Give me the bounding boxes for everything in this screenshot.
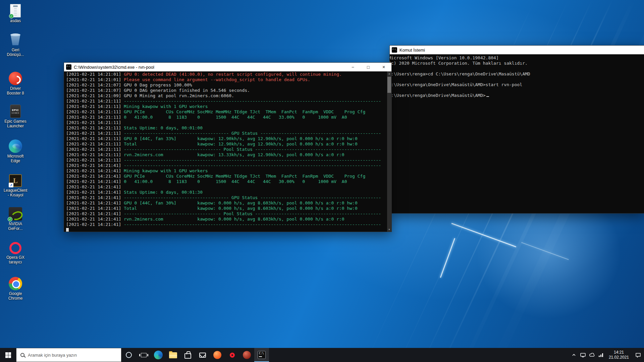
- cmd-icon: [66, 64, 71, 70]
- search-icon: [20, 353, 24, 357]
- start-button[interactable]: [0, 348, 16, 362]
- envelope-icon: [199, 353, 206, 358]
- desktop-icon-league-client[interactable]: ↗LeagueClient - Kısayol: [1, 174, 30, 197]
- log-line: [2021-02-21 14:21:11] ------------------…: [66, 158, 386, 163]
- shortcut-arrow-badge-icon: ↗: [9, 183, 13, 187]
- clock-time: 14:21: [614, 350, 624, 355]
- chevron-up-icon: [572, 353, 576, 357]
- desktop-icon-label: Opera GX tarayıcı: [6, 255, 24, 264]
- desktop-icon-label: asdas: [10, 18, 21, 23]
- log-line: [2021-02-21 14:21:41] ------------------…: [66, 222, 386, 227]
- action-center-button[interactable]: [632, 353, 644, 358]
- desktop-icon-label: Epic Games Launcher: [4, 119, 26, 128]
- taskbar-clock[interactable]: 14:21 21.02.2021: [606, 350, 632, 360]
- task-view-icon: [141, 353, 147, 357]
- scroll-up-arrow-icon[interactable]: ▲: [387, 71, 391, 76]
- desktop-icon-label: Google Chrome: [8, 291, 23, 301]
- desktop-icon-label: Geri Dönüşü...: [7, 48, 24, 57]
- prompt-line: [390, 87, 644, 93]
- scroll-down-arrow-icon[interactable]: ▼: [387, 227, 391, 232]
- task-view-button[interactable]: [136, 348, 151, 362]
- nvidia-icon: ✓: [9, 207, 22, 221]
- log-line: [2021-02-21 14:21:41]: [66, 184, 386, 190]
- log-line: [2021-02-21 14:21:01] GPU 0: detected DE…: [66, 72, 386, 77]
- desktop-icon-recycle-bin[interactable]: Geri Dönüşü...: [1, 32, 30, 57]
- log-line: [2021-02-21 14:21:11] Stats Uptime: 0 da…: [66, 125, 386, 131]
- log-line: [2021-02-21 14:21:41] ------------------…: [66, 211, 386, 217]
- desktop-icon-chrome[interactable]: Google Chrome: [1, 277, 30, 301]
- recycle-bin-icon: [8, 32, 23, 47]
- taskbar-mail-button[interactable]: [195, 348, 210, 362]
- cortana-button[interactable]: [121, 348, 136, 362]
- minimize-button[interactable]: [345, 63, 361, 71]
- epic-games-icon: [10, 105, 21, 118]
- prompt-line: C:\Users\renga\OneDrive\Masaüstü\AMD>: [390, 93, 644, 98]
- folder-icon: [169, 352, 177, 358]
- driver-booster-icon: [9, 72, 22, 85]
- orange-app-icon: [213, 351, 221, 359]
- log-line: [2021-02-21 14:21:07] GPU 0 DAG generati…: [66, 88, 386, 93]
- log-line: [2021-02-21 14:21:11] GPU 0 [44C, fan 33…: [66, 136, 386, 141]
- prompt-window-title: Komut İstemi: [399, 48, 425, 53]
- scrollbar-thumb[interactable]: [387, 77, 391, 93]
- taskbar-opera-button[interactable]: [225, 348, 239, 362]
- log-line: [2021-02-21 14:21:41] GPU PCIe CUs CoreM…: [66, 174, 386, 179]
- taskbar: Aramak için buraya yazın 14:21 21.02.202…: [0, 348, 644, 362]
- taskbar-file-explorer-button[interactable]: [166, 348, 180, 362]
- log-line: [2021-02-21 14:21:11] GPU PCIe CUs CoreM…: [66, 109, 386, 115]
- sync-check-badge-icon: ✓: [9, 14, 14, 18]
- taskbar-cmd-button[interactable]: [254, 348, 269, 362]
- vertical-scrollbar[interactable]: ▲ ▼: [387, 71, 391, 232]
- log-line: [2021-02-21 14:21:11] Total kawpow: 12.9…: [66, 141, 386, 147]
- display-icon: [580, 353, 586, 357]
- display-tray-button[interactable]: [579, 348, 588, 362]
- desktop-icon-asdas[interactable]: ✓asdas: [1, 4, 30, 23]
- prompt-line: Microsoft Windows [Version 10.0.19042.80…: [390, 55, 644, 61]
- clock-date: 21.02.2021: [609, 355, 629, 360]
- edge-icon: [154, 351, 163, 359]
- prompt-line: (c) 2020 Microsoft Corporation. Tüm hakl…: [390, 61, 644, 66]
- close-button[interactable]: [376, 63, 391, 71]
- desktop-icon-label: Driver Booster 8: [7, 86, 24, 96]
- log-line: [2021-02-21 14:21:11] ------------------…: [66, 147, 386, 152]
- text-cursor: [486, 96, 489, 97]
- taskbar-edge-button[interactable]: [151, 348, 166, 362]
- desktop-icon-edge[interactable]: Microsoft Edge: [1, 139, 30, 163]
- miner-console-window: C:\Windows\system32\cmd.exe - rvn-pool […: [64, 62, 392, 232]
- log-line: [2021-02-21 14:21:11]: [66, 120, 386, 125]
- hidden-icons-button[interactable]: [570, 348, 579, 362]
- onedrive-tray-button[interactable]: [588, 348, 597, 362]
- log-line: [2021-02-21 14:21:09] GPU 0 Mining at po…: [66, 93, 386, 99]
- log-line: [2021-02-21 14:21:41] Mining kawpow with…: [66, 168, 386, 174]
- network-tray-button[interactable]: [597, 348, 606, 362]
- miner-window-titlebar[interactable]: C:\Windows\system32\cmd.exe - rvn-pool: [64, 63, 391, 71]
- desktop-icon-epic-games[interactable]: Epic Games Launcher: [1, 105, 30, 128]
- taskbar-search-input[interactable]: Aramak için buraya yazın: [16, 348, 121, 362]
- notification-icon: [635, 353, 641, 358]
- chrome-icon: [9, 277, 22, 290]
- command-prompt-window: Komut İstemi Microsoft Windows [Version …: [389, 45, 644, 214]
- cortana-icon: [126, 352, 132, 358]
- desktop-icon-opera-gx[interactable]: Opera GX tarayıcı: [1, 242, 30, 264]
- prompt-console-output: Microsoft Windows [Version 10.0.19042.80…: [390, 54, 644, 213]
- opera-gx-icon: [9, 242, 21, 254]
- desktop-icon-driver-booster[interactable]: Driver Booster 8: [1, 72, 30, 96]
- prompt-line: C:\Users\renga\OneDrive\Masaüstü\AMD>sta…: [390, 82, 644, 87]
- taskbar-app-red-button[interactable]: [239, 348, 254, 362]
- prompt-window-titlebar[interactable]: Komut İstemi: [390, 46, 644, 54]
- taskbar-store-button[interactable]: [180, 348, 195, 362]
- desktop-icon-nvidia[interactable]: ✓NVIDIA GeFor...: [1, 207, 30, 231]
- log-line: [2021-02-21 14:21:11] rvn.2miners.com ka…: [66, 152, 386, 158]
- edge-icon: [9, 139, 22, 153]
- desktop-icon-label: Microsoft Edge: [7, 154, 24, 163]
- log-line: [2021-02-21 14:21:11] ------------------…: [66, 131, 386, 136]
- miner-console-output: [2021-02-21 14:21:01] GPU 0: detected DE…: [64, 71, 391, 232]
- text-cursor: [66, 228, 69, 232]
- shopping-bag-icon: [184, 353, 191, 359]
- cmd-icon: [392, 47, 397, 53]
- maximize-button[interactable]: [361, 63, 376, 71]
- red-app-icon: [243, 351, 251, 359]
- log-line: [2021-02-21 14:21:41] 0 41:00.0 8 1183 0…: [66, 179, 386, 184]
- taskbar-app-orange-button[interactable]: [210, 348, 225, 362]
- log-line: [2021-02-21 14:21:11] ------------------…: [66, 99, 386, 104]
